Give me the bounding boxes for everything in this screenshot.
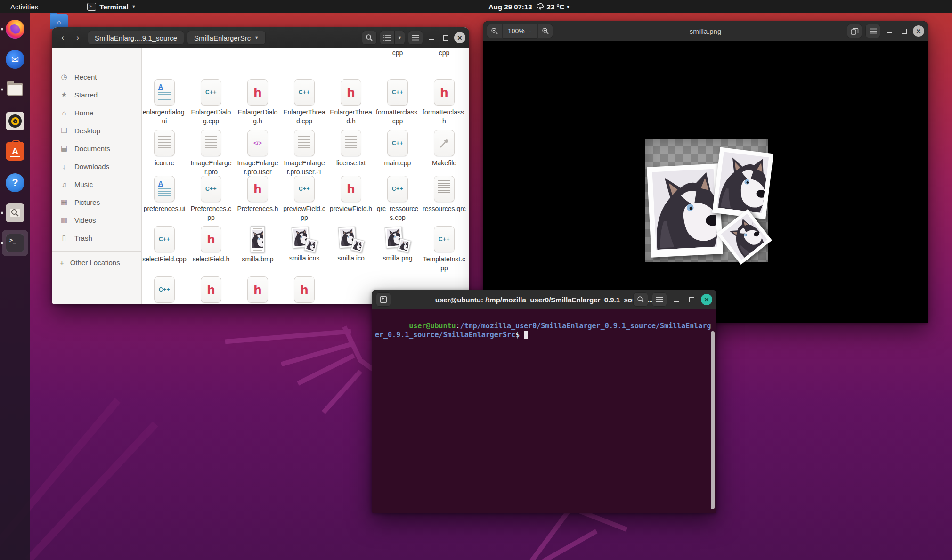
list-view-button[interactable] (380, 31, 395, 45)
file-item[interactable]: C++TemplateInst.cpp (421, 226, 467, 273)
sidebar-item-music[interactable]: ♫Music (52, 175, 141, 193)
dock-item-firefox[interactable] (4, 18, 26, 41)
dock-item-files[interactable] (4, 78, 26, 101)
file-item[interactable]: Aenlargerdialog.ui (142, 79, 187, 126)
minimize-button[interactable] (884, 25, 895, 37)
minimize-button[interactable] (426, 32, 437, 43)
storm-cloud-icon (537, 3, 545, 10)
maximize-button[interactable] (686, 294, 697, 305)
breadcrumb-parent[interactable]: SmillaEnlarg....9.1_source (88, 31, 184, 45)
close-button[interactable]: ✕ (913, 25, 924, 37)
file-item[interactable]: C++formatterclass.cpp (374, 79, 421, 126)
maximize-button[interactable] (898, 25, 910, 37)
file-item[interactable]: hui_preferences.h (281, 276, 327, 304)
file-item[interactable]: ressources.qrc (421, 176, 467, 213)
search-button[interactable] (633, 292, 648, 307)
menu-button[interactable] (652, 292, 667, 307)
file-item[interactable]: hEnlargerThread.h (328, 79, 374, 126)
maximize-button[interactable] (440, 32, 451, 43)
file-item[interactable]: icon.rc (142, 130, 187, 168)
file-name-label: qrc_ressources.cpp (375, 204, 420, 222)
sidebar-item-recent[interactable]: ◷Recent (52, 68, 141, 86)
header-file-icon: h (201, 276, 221, 303)
back-button[interactable]: ‹ (56, 31, 70, 45)
zoom-in-button[interactable] (538, 24, 553, 38)
terminal-headerbar[interactable]: user@ubuntu: /tmp/mozilla_user0/SmillaEn… (372, 290, 716, 310)
zoom-level-dropdown[interactable]: 100% ⌄ (503, 24, 537, 39)
hamburger-icon (656, 297, 663, 302)
menu-button[interactable] (865, 24, 880, 38)
sidebar-item-downloads[interactable]: ↓Downloads (52, 157, 141, 175)
cpp-file-icon: C++ (154, 226, 175, 252)
file-item[interactable]: smilla.ico (328, 226, 374, 263)
clock-area[interactable]: Aug 29 07:13 23 °C ● (488, 0, 570, 13)
file-item[interactable]: hPreferences.h (235, 176, 281, 213)
text-file-icon (294, 130, 315, 156)
file-item[interactable]: hformatterclass.h (421, 79, 467, 126)
file-item[interactable]: C++qrc_ressources.cpp (374, 176, 421, 222)
file-item[interactable]: C++EnlargerDialog.cpp (188, 79, 234, 126)
sidebar-item-other-locations[interactable]: + Other Locations (52, 253, 141, 271)
dock-item-rhythmbox[interactable] (4, 110, 26, 132)
sidebar-item-documents[interactable]: ▤Documents (52, 139, 141, 157)
file-item[interactable]: Makefile (421, 130, 467, 168)
menu-button[interactable] (408, 31, 423, 45)
sidebar-item-home[interactable]: ⌂Home (52, 104, 141, 122)
dock-item-thunderbird[interactable]: ✉ (4, 48, 26, 71)
dock-item-terminal[interactable]: >_ (2, 230, 28, 256)
file-item[interactable]: </>ImageEnlarger.pro.user (235, 130, 281, 177)
file-item[interactable]: smilla.bmp (235, 226, 281, 264)
file-name-label: license.txt (336, 159, 366, 168)
file-item[interactable]: C++thumbField.cpp (142, 276, 187, 304)
files-headerbar[interactable]: ‹ › SmillaEnlarg....9.1_source SmillaEnl… (52, 27, 469, 49)
gallery-button[interactable] (847, 24, 862, 38)
file-item[interactable]: ImageEnlarger.pro.user.-1 (281, 130, 327, 177)
file-item[interactable]: hui_enlargerdialog.h (235, 276, 281, 304)
file-item[interactable]: smilla.icns (281, 226, 327, 263)
file-item[interactable]: hselectField.h (188, 226, 234, 264)
files-icon (6, 80, 24, 99)
forward-button[interactable]: › (71, 31, 85, 45)
sidebar-divider (52, 251, 141, 252)
file-item[interactable]: C++EnlargerThread.cpp (281, 79, 327, 126)
sidebar-item-starred[interactable]: ★Starred (52, 86, 141, 104)
file-item[interactable]: hthumbField.h (188, 276, 234, 304)
file-item[interactable]: C++main.cpp (374, 130, 421, 168)
hamburger-icon (870, 28, 877, 34)
new-tab-button[interactable] (376, 292, 391, 307)
file-grid[interactable]: cppcppAenlargerdialog.uiC++EnlargerDialo… (142, 48, 469, 304)
app-menu[interactable]: >_ Terminal ▼ (87, 3, 136, 11)
sidebar-item-videos[interactable]: ▥Videos (52, 211, 141, 229)
viewer-canvas[interactable] (483, 41, 928, 323)
file-name-label: ressources.qrc (423, 204, 466, 213)
zoom-out-button[interactable] (487, 24, 502, 38)
file-item[interactable]: smilla.png (374, 226, 421, 263)
file-item[interactable]: license.txt (328, 130, 374, 168)
file-item[interactable]: hEnlargerDialog.h (235, 79, 281, 126)
terminal-content[interactable]: user@ubuntu:/tmp/mozilla_user0/SmillaEnl… (372, 309, 716, 513)
file-item[interactable]: C++previewField.cpp (281, 176, 327, 222)
file-item[interactable]: hpreviewField.h (328, 176, 374, 213)
terminal-scrollbar[interactable] (711, 331, 715, 509)
view-options-button[interactable]: ▼ (395, 31, 405, 45)
viewer-headerbar[interactable]: 100% ⌄ smilla.png (483, 21, 928, 41)
minimize-button[interactable] (671, 294, 682, 305)
search-button[interactable] (362, 31, 377, 45)
sidebar-item-desktop[interactable]: ❑Desktop (52, 122, 141, 139)
polaroid-large (647, 163, 723, 258)
close-button[interactable]: ✕ (701, 294, 712, 305)
breadcrumb-current[interactable]: SmillaEnlargerSrc ▼ (187, 31, 266, 45)
activities-button[interactable]: Activities (7, 3, 42, 11)
file-item[interactable]: C++selectField.cpp (142, 226, 187, 264)
close-button[interactable]: ✕ (454, 32, 465, 43)
file-item[interactable]: C++Preferences.cpp (188, 176, 234, 222)
dock-item-help[interactable]: ? (4, 171, 26, 194)
polaroid-medium (712, 147, 773, 219)
file-item[interactable]: Apreferences.ui (142, 176, 187, 213)
file-item[interactable]: ImageEnlarger.pro (188, 130, 234, 177)
dock-item-software[interactable]: A (4, 140, 26, 162)
scrollbar-thumb[interactable] (711, 331, 715, 509)
sidebar-item-pictures[interactable]: ▦Pictures (52, 193, 141, 211)
dock-item-screenshot[interactable] (4, 202, 26, 224)
sidebar-item-trash[interactable]: ▯Trash (52, 229, 141, 247)
